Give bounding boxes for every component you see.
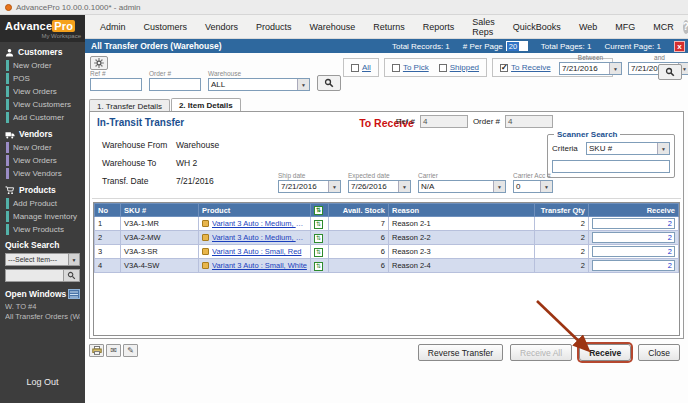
edit-button[interactable]: ✎ xyxy=(123,344,138,357)
menu-warehouse[interactable]: Warehouse xyxy=(301,22,365,32)
sidebar-item-manage-inventory[interactable]: Manage Inventory xyxy=(6,211,85,222)
sidebar-item-customers-new-order[interactable]: New Order xyxy=(6,60,85,71)
chevron-down-icon[interactable]: ▼ xyxy=(68,254,79,265)
sidebar-item-vendors-view-orders[interactable]: View Orders xyxy=(6,155,85,166)
sidebar-item-customers-view-orders[interactable]: View Orders xyxy=(6,86,85,97)
menu-vendors[interactable]: Vendors xyxy=(196,22,247,32)
chevron-down-icon[interactable]: ▼ xyxy=(609,63,621,74)
chevron-down-icon[interactable]: ▼ xyxy=(297,79,309,90)
checkbox-shipped[interactable]: Shipped xyxy=(439,63,479,72)
quick-search-button[interactable] xyxy=(64,269,80,282)
reverse-transfer-button[interactable]: Reverse Transfer xyxy=(418,344,503,361)
scanner-search-input[interactable] xyxy=(552,160,670,173)
ship-date-select[interactable]: 7/21/2016 ▼ xyxy=(278,180,341,193)
sidebar-item-add-product[interactable]: Add Product xyxy=(6,198,85,209)
cell-no: 4 xyxy=(95,259,121,273)
menu-products[interactable]: Products xyxy=(247,22,301,32)
quick-search-title: Quick Search xyxy=(5,240,80,250)
close-page-button[interactable]: x xyxy=(674,41,685,52)
sidebar-item-vendors-new-order[interactable]: New Order xyxy=(6,142,85,153)
receive-qty-input[interactable]: 2 xyxy=(592,232,675,243)
checkbox-box[interactable] xyxy=(439,64,447,72)
expected-date-select[interactable]: 7/26/2016 ▼ xyxy=(348,180,411,193)
receive-qty-input[interactable]: 2 xyxy=(592,260,675,271)
menu-mcr[interactable]: MCR xyxy=(644,22,683,32)
sidebar-item-view-vendors[interactable]: View Vendors xyxy=(6,168,85,179)
filter-bar: Ref # Order # Warehouse ALL ▼ xyxy=(85,53,688,97)
app-window: AdvancePro My Workspace Customers New Or… xyxy=(0,15,688,403)
checkbox-box[interactable] xyxy=(500,64,508,72)
window-list-icon[interactable] xyxy=(68,289,80,299)
checkbox-box[interactable] xyxy=(392,64,400,72)
chevron-down-icon[interactable]: ▼ xyxy=(657,143,669,154)
criteria-select[interactable]: SKU # ▼ xyxy=(586,142,670,155)
carrier-select[interactable]: N/A ▼ xyxy=(418,180,506,193)
chevron-down-icon[interactable]: ▼ xyxy=(540,181,552,192)
quick-search-section: Quick Search ---Select Item--- ▼ xyxy=(0,236,85,284)
bin-grid-icon[interactable]: ⇅ xyxy=(314,220,323,229)
checkbox-all[interactable]: All xyxy=(351,63,371,72)
close-button[interactable]: Close xyxy=(638,344,680,361)
cell-no: 3 xyxy=(95,245,121,259)
print-button[interactable] xyxy=(89,344,104,357)
menu-reports[interactable]: Reports xyxy=(414,22,464,32)
product-link[interactable]: Variant 3 Auto : Small, White xyxy=(212,261,307,270)
menu-mfg[interactable]: MFG xyxy=(606,22,644,32)
receive-all-button[interactable]: Receive All xyxy=(510,344,572,361)
menu-sales-reps[interactable]: Sales Reps xyxy=(463,17,504,37)
sidebar-item-add-customer[interactable]: Add Customer xyxy=(6,112,85,123)
receive-qty-input[interactable]: 2 xyxy=(592,218,675,229)
transfer-info: Warehouse From Warehouse Warehouse To WH… xyxy=(102,140,219,194)
open-window-item[interactable]: W. TO #4 xyxy=(5,302,80,312)
warehouse-from-value: Warehouse xyxy=(176,140,219,150)
menu-returns[interactable]: Returns xyxy=(364,22,414,32)
per-page-input[interactable]: 20 xyxy=(506,41,528,51)
quick-search-input[interactable] xyxy=(5,269,64,282)
chevron-down-icon[interactable]: ▼ xyxy=(493,181,505,192)
criteria-label: Criteria xyxy=(552,144,582,153)
warehouse-select[interactable]: ALL ▼ xyxy=(208,78,310,91)
menu-web[interactable]: Web xyxy=(570,22,606,32)
carrier-acc-group: Carrier Acc # 0 ▼ xyxy=(513,172,553,193)
product-link[interactable]: Variant 3 Auto : Small, Red xyxy=(212,247,302,256)
log-out-link[interactable]: Log Out xyxy=(0,377,85,387)
email-button[interactable]: ✉ xyxy=(106,344,121,357)
bin-grid-icon[interactable]: ⇅ xyxy=(314,234,323,243)
product-link[interactable]: Variant 3 Auto : Medium, Red xyxy=(212,219,307,228)
checkbox-to-receive[interactable]: To Receive xyxy=(500,63,551,72)
carrier-acc-select[interactable]: 0 ▼ xyxy=(513,180,553,193)
order-input[interactable] xyxy=(149,78,201,91)
settings-button[interactable] xyxy=(90,56,108,70)
menu-quickbooks[interactable]: QuickBooks xyxy=(504,22,570,32)
sidebar-item-view-products[interactable]: View Products xyxy=(6,224,85,235)
sidebar-item-view-customers[interactable]: View Customers xyxy=(6,99,85,110)
open-windows-section: Open Windows W. TO #4 All Transfer Order… xyxy=(0,284,85,322)
receive-qty-input[interactable]: 2 xyxy=(592,246,675,257)
info-label: Warehouse To xyxy=(102,158,176,168)
bin-grid-icon[interactable]: ⇅ xyxy=(314,262,323,271)
menu-admin[interactable]: Admin xyxy=(91,22,135,32)
bin-grid-icon[interactable]: ⇅ xyxy=(314,248,323,257)
menu-customers[interactable]: Customers xyxy=(135,22,197,32)
order-label: Order # xyxy=(149,70,201,77)
col-avail-stock: Avail. Stock xyxy=(329,204,389,217)
product-link[interactable]: Variant 3 Auto : Medium, White xyxy=(212,233,307,242)
checkbox-to-pick[interactable]: To Pick xyxy=(392,63,429,72)
help-icon[interactable]: ? xyxy=(683,20,688,34)
receive-button[interactable]: Receive xyxy=(579,344,631,361)
quick-search-select[interactable]: ---Select Item--- ▼ xyxy=(5,253,80,266)
date-from-select[interactable]: 7/21/2016 ▼ xyxy=(559,62,622,75)
ref-input[interactable] xyxy=(90,78,142,91)
open-window-item[interactable]: All Transfer Orders (Wareh xyxy=(5,312,80,322)
ship-date-label: Ship date xyxy=(278,172,341,179)
cell-reason: Reason 2-3 xyxy=(389,245,535,259)
chevron-down-icon[interactable]: ▼ xyxy=(398,181,410,192)
sidebar-item-pos[interactable]: POS xyxy=(6,73,85,84)
filter-search-button[interactable] xyxy=(317,75,341,91)
chevron-down-icon[interactable]: ▼ xyxy=(328,181,340,192)
cell-qty: 2 xyxy=(535,231,589,245)
checkbox-box[interactable] xyxy=(351,64,359,72)
col-transfer-qty: Transfer Qty xyxy=(535,204,589,217)
ship-date-group: Ship date 7/21/2016 ▼ xyxy=(278,172,341,193)
date-search-button[interactable] xyxy=(658,64,682,80)
